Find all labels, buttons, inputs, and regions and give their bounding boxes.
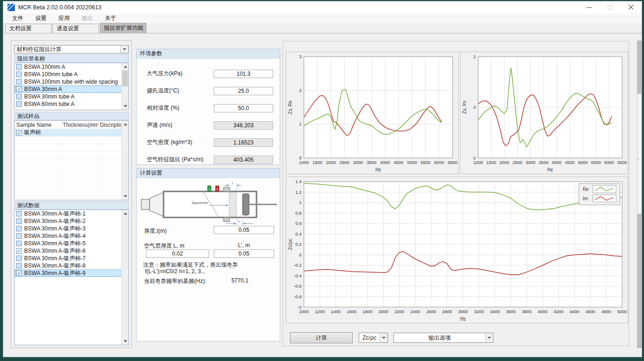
data-list: BSWA 30mm A-吸声棉-1BSWA 30mm A-吸声棉-2BSWA 3…	[14, 210, 129, 345]
checkbox-icon[interactable]	[16, 233, 22, 239]
scroll-down-icon[interactable]	[122, 103, 129, 110]
list-item-label: BSWA 30mm A-吸声棉-1	[24, 210, 85, 218]
scroll-down-icon[interactable]	[122, 193, 129, 200]
thickness-field[interactable]	[214, 226, 274, 234]
chevron-down-icon[interactable]	[485, 333, 493, 342]
svg-text:-1: -1	[298, 304, 302, 309]
menu-bar: 文件设置应用输出关于	[3, 13, 642, 23]
thickness-label: 厚度,t(m)	[144, 227, 167, 235]
table-empty-row	[15, 166, 128, 174]
chevron-down-icon[interactable]	[380, 333, 388, 342]
list-item[interactable]: BSWA 30mm A-吸声棉-3	[15, 225, 128, 232]
list-item[interactable]: BSWA 30mm tube A	[15, 93, 128, 100]
chevron-down-icon[interactable]	[120, 46, 128, 53]
list-item[interactable]: BSWA 30mm A-吸声棉-4	[15, 232, 128, 240]
minimize-button[interactable]	[579, 1, 600, 13]
menu-item-应用[interactable]: 应用	[53, 13, 76, 23]
app-window: MCR Beta 2.02.0.004 20220613 文件设置应用输出关于 …	[3, 1, 642, 357]
tab-文档设置[interactable]: 文档设置	[5, 24, 52, 33]
svg-text:0.2: 0.2	[296, 242, 302, 247]
list-item[interactable]: BSWA 100mm tube A	[15, 71, 128, 78]
title-bar: MCR Beta 2.02.0.004 20220613	[3, 1, 642, 13]
checkbox-icon[interactable]	[16, 263, 22, 269]
calc-settings-panel: 计算设置 1 2	[136, 168, 280, 341]
checkbox-icon[interactable]	[16, 211, 22, 217]
scroll-up-icon[interactable]	[122, 210, 129, 217]
list-item[interactable]: BSWA 30mm A-吸声棉-8	[15, 262, 128, 269]
table-row[interactable]: ✓吸声棉	[15, 129, 128, 137]
list-item[interactable]: ✓BSWA 30mm A-吸声棉-9	[15, 269, 128, 277]
data-list-scrollbar[interactable]	[121, 210, 128, 345]
air-impedance-field	[214, 156, 273, 164]
list-item[interactable]: BSWA 30mm A-吸声棉-1	[15, 210, 128, 217]
tube-list-scrollbar[interactable]	[121, 63, 128, 110]
airgap-field[interactable]	[146, 249, 209, 258]
maximize-button[interactable]	[600, 1, 621, 13]
calculate-button[interactable]: 计算	[290, 332, 353, 343]
checkbox-icon[interactable]: ✓	[16, 130, 22, 136]
specimen-label: Specimen	[191, 201, 208, 205]
menu-item-文件[interactable]: 文件	[6, 13, 29, 23]
checkbox-icon[interactable]	[16, 218, 22, 224]
env-field-row: 相对湿度 (%)	[137, 99, 280, 117]
checkbox-icon[interactable]: ✓	[16, 270, 22, 276]
column-header[interactable]: Sample Name	[15, 121, 61, 129]
checkbox-icon[interactable]: ✓	[16, 86, 22, 92]
list-item[interactable]: BSWA 30mm A-吸声棉-2	[15, 217, 128, 225]
svg-text:4000: 4000	[552, 160, 562, 165]
scroll-up-icon[interactable]	[122, 63, 129, 70]
relative-humidity-field[interactable]	[214, 104, 273, 112]
svg-text:0.4: 0.4	[296, 231, 302, 236]
checkbox-icon[interactable]	[16, 79, 22, 85]
checkbox-icon[interactable]: ✓	[16, 248, 22, 254]
menu-item-设置[interactable]: 设置	[29, 13, 53, 23]
chart-canvas: 1000150020002500300035004000450050005500…	[286, 52, 458, 174]
svg-text:6000: 6000	[434, 160, 444, 165]
scroll-up-icon[interactable]	[122, 121, 129, 128]
svg-text:Hz: Hz	[375, 167, 381, 172]
list-item[interactable]: BSWA 30mm A-吸声棉-5	[15, 240, 128, 247]
atmospheric-pressure-label: 大气压力(kPa)	[147, 70, 214, 78]
column-header[interactable]: Thickness(mm)	[61, 121, 99, 129]
left-panel: 材料特征阻抗计算 阻抗管名称 BSWA 100mm ABSWA 100mm tu…	[11, 40, 132, 348]
svg-text:3: 3	[299, 54, 302, 59]
checkbox-icon[interactable]	[16, 101, 22, 107]
list-item[interactable]: BSWA 60mm tube A	[15, 100, 128, 108]
list-item[interactable]: ✓BSWA 30mm A	[15, 85, 128, 93]
atmospheric-pressure-field[interactable]	[214, 70, 273, 78]
sample-name-cell: ✓吸声棉	[15, 129, 61, 136]
checkbox-icon[interactable]	[16, 94, 22, 99]
right-edge-scrollbar[interactable]: ‹	[637, 40, 642, 348]
checkbox-icon[interactable]	[16, 72, 22, 77]
table-empty-row	[15, 159, 128, 166]
checkbox-icon[interactable]	[16, 241, 22, 246]
sample-table-scrollbar[interactable]	[121, 121, 128, 200]
list-item[interactable]: BSWA 100mm A	[15, 63, 128, 71]
tab-通道设置[interactable]: 通道设置	[53, 24, 99, 33]
list-item-label: BSWA 30mm A-吸声棉-7	[24, 255, 85, 263]
svg-text:3000: 3000	[458, 309, 468, 314]
svg-text:1500: 1500	[486, 160, 496, 165]
list-item[interactable]: ✓BSWA 30mm A-吸声棉-6	[15, 247, 128, 255]
table-empty-row	[15, 151, 128, 159]
minimize-icon	[586, 7, 592, 8]
scroll-down-icon[interactable]	[122, 338, 129, 345]
scrollbar-thumb[interactable]	[637, 93, 642, 214]
close-button[interactable]	[621, 1, 642, 13]
svg-text:2500: 2500	[513, 160, 522, 165]
lprime-field[interactable]	[214, 249, 274, 258]
checkbox-icon[interactable]	[16, 226, 22, 231]
list-item[interactable]: BSWA 30mm A-吸声棉-7	[15, 255, 128, 262]
unit-dropdown[interactable]: Zc/ρc	[359, 333, 388, 343]
checkbox-icon[interactable]	[16, 256, 22, 261]
list-item[interactable]: BSWA 100mm tube with wide spacing	[15, 78, 128, 85]
temperature-field[interactable]	[214, 87, 273, 95]
tab-阻抗管扩展功能[interactable]: 阻抗管扩展功能	[100, 23, 146, 33]
svg-text:4600: 4600	[585, 309, 595, 314]
list-item-label: BSWA 100mm tube with wide spacing	[24, 79, 118, 85]
output-options-dropdown[interactable]: 输出选项	[394, 333, 493, 343]
menu-item-关于[interactable]: 关于	[99, 13, 122, 23]
checkbox-icon[interactable]	[16, 64, 22, 70]
calc-type-dropdown[interactable]: 材料特征阻抗计算	[14, 45, 129, 53]
airgap-label: 空气层厚度 L, m	[144, 242, 184, 250]
